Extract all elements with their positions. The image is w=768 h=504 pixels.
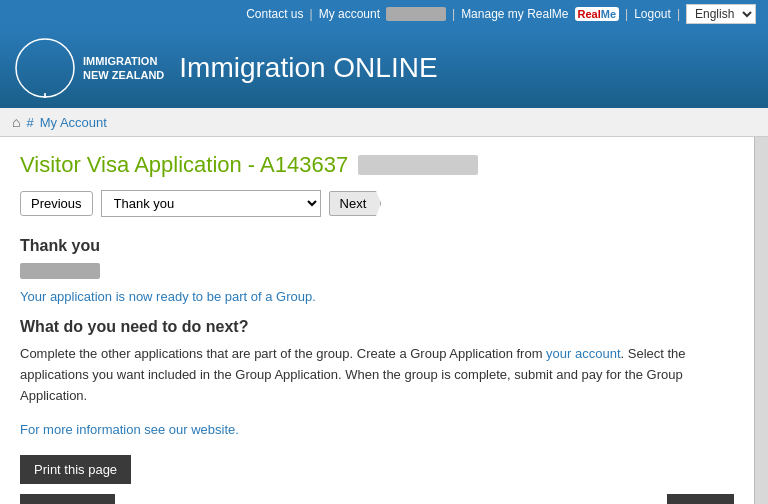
body-part1: Complete the other applications that are…	[20, 346, 546, 361]
logo-area: IMMIGRATION NEW ZEALAND	[15, 38, 164, 98]
body-text-1: Complete the other applications that are…	[20, 344, 734, 406]
print-button[interactable]: Print this page	[20, 455, 131, 484]
scrollbar[interactable]	[754, 137, 768, 504]
contact-us-link[interactable]: Contact us	[246, 7, 303, 21]
page-title-area: Visitor Visa Application - A143637	[20, 152, 734, 178]
language-select[interactable]: English	[686, 4, 756, 24]
realme-red: Real	[578, 8, 601, 20]
body-text-2: For more information see our website.	[20, 420, 734, 441]
body-part3: For more information see our	[20, 422, 191, 437]
nav-bar: Previous Thank you Next	[20, 190, 734, 217]
logout-link[interactable]: Logout	[634, 7, 671, 21]
content-area: Visitor Visa Application - A143637 Previ…	[0, 137, 754, 504]
site-title: Immigration ONLINE	[179, 52, 437, 84]
body-part4: .	[235, 422, 239, 437]
logo-line2: NEW ZEALAND	[83, 68, 164, 82]
my-account-button[interactable]: My Account	[20, 494, 115, 504]
logo-line1: IMMIGRATION	[83, 54, 164, 68]
breadcrumb-bar: ⌂ # My Account	[0, 108, 768, 137]
home-icon: ⌂	[12, 114, 20, 130]
breadcrumb-link[interactable]: #	[26, 115, 33, 130]
page-container: Visitor Visa Application - A143637 Previ…	[0, 137, 768, 504]
account-redacted	[386, 7, 446, 21]
website-link[interactable]: website	[191, 422, 235, 437]
step-select[interactable]: Thank you	[101, 190, 321, 217]
manage-realme-link[interactable]: Manage my RealMe	[461, 7, 568, 21]
next-steps-heading: What do you need to do next?	[20, 318, 734, 336]
sep1: |	[310, 7, 313, 21]
logo-text: IMMIGRATION NEW ZEALAND	[83, 54, 164, 83]
page-title-text: Visitor Visa Application - A143637	[20, 152, 348, 178]
sep3: |	[625, 7, 628, 21]
top-bar: Contact us | My account | Manage my Real…	[0, 0, 768, 28]
previous-button[interactable]: Previous	[20, 191, 93, 216]
finish-button[interactable]: Finish	[667, 494, 734, 504]
realme-blue: Me	[601, 8, 616, 20]
realme-badge: RealMe	[575, 7, 620, 21]
your-account-link[interactable]: your account	[546, 346, 620, 361]
my-account-link[interactable]: My account	[319, 7, 380, 21]
name-redacted	[20, 263, 100, 279]
breadcrumb-label: My Account	[40, 115, 107, 130]
fern-logo-icon	[15, 38, 75, 98]
main-column: Visitor Visa Application - A143637 Previ…	[0, 137, 754, 504]
next-button[interactable]: Next	[329, 191, 382, 216]
title-redacted-badge	[358, 155, 478, 175]
svg-point-0	[16, 39, 74, 97]
sep2: |	[452, 7, 455, 21]
info-text: Your application is now ready to be part…	[20, 289, 734, 304]
main-header: IMMIGRATION NEW ZEALAND Immigration ONLI…	[0, 28, 768, 108]
sep4: |	[677, 7, 680, 21]
thank-you-heading: Thank you	[20, 237, 734, 255]
